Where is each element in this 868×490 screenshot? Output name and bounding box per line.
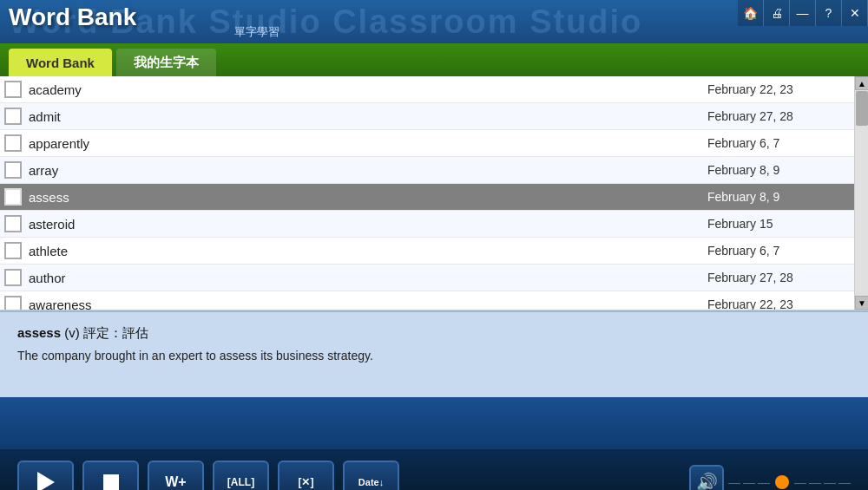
word-list-inner: academy February 22, 23 admit February 2… — [0, 76, 868, 310]
word-row[interactable]: array February 8, 9 — [0, 157, 868, 184]
play-button[interactable] — [17, 461, 74, 491]
stop-icon — [103, 474, 119, 490]
vol-dash-5: — — [809, 475, 821, 489]
scroll-down-arrow[interactable]: ▼ — [855, 296, 868, 310]
volume-icon[interactable]: 🔊 — [689, 465, 724, 491]
word-date-apparently: February 6, 7 — [707, 136, 864, 150]
minimize-button[interactable]: — — [790, 0, 816, 26]
word-checkbox-asteroid[interactable] — [4, 215, 22, 232]
scrollbar[interactable]: ▲ ▼ — [854, 76, 868, 310]
word-name-author: author — [29, 271, 707, 285]
date-sort-label: Date↓ — [358, 477, 384, 487]
word-name-array: array — [29, 163, 707, 178]
random-label: [✕] — [299, 476, 314, 488]
word-list[interactable]: academy February 22, 23 admit February 2… — [0, 76, 868, 310]
word-row[interactable]: author February 27, 28 — [0, 265, 868, 291]
home-button[interactable]: 🏠 — [738, 0, 764, 26]
word-row[interactable]: academy February 22, 23 — [0, 76, 868, 103]
word-name-admit: admit — [29, 109, 707, 124]
volume-control: 🔊 — — — — — — — — [689, 465, 851, 491]
all-button[interactable]: [ALL] — [213, 461, 269, 491]
word-date-admit: February 27, 28 — [707, 109, 864, 123]
word-date-array: February 8, 9 — [707, 163, 864, 177]
word-date-asteroid: February 15 — [707, 217, 864, 231]
all-label: [ALL] — [227, 476, 254, 488]
word-name-apparently: apparently — [29, 136, 707, 151]
word-row[interactable]: awareness February 22, 23 — [0, 291, 868, 310]
scroll-thumb[interactable] — [856, 91, 868, 126]
vol-dash-7: — — [838, 475, 851, 489]
random-button[interactable]: [✕] — [278, 461, 334, 491]
word-date-athlete: February 6, 7 — [707, 244, 864, 258]
word-date-academy: February 22, 23 — [707, 82, 864, 96]
word-date-awareness: February 22, 23 — [707, 297, 864, 310]
vol-dash-3: — — [758, 475, 770, 489]
definition-pos: (v) 評定：評估 — [64, 325, 148, 340]
word-name-athlete: athlete — [29, 244, 707, 258]
date-sort-button[interactable]: Date↓ — [343, 461, 399, 491]
word-checkbox-author[interactable] — [4, 269, 22, 286]
word-row-selected[interactable]: assess February 8, 9 — [0, 184, 868, 211]
close-button[interactable]: ✕ — [842, 0, 868, 26]
main-content: academy February 22, 23 admit February 2… — [0, 76, 868, 397]
word-plus-label: W+ — [165, 474, 186, 490]
header-subtitle: 單字學習 — [234, 24, 279, 40]
definition-area: assess (v) 評定：評估 The company brought in … — [0, 310, 868, 397]
speaker-icon: 🔊 — [696, 472, 718, 491]
vol-dash-4: — — [794, 475, 806, 489]
volume-bar[interactable]: — — — — — — — — [728, 475, 851, 489]
word-row[interactable]: athlete February 6, 7 — [0, 238, 868, 265]
vol-dash-6: — — [824, 475, 836, 489]
word-name-asteroid: asteroid — [29, 217, 707, 232]
tab-my-word-book[interactable]: 我的生字本 — [116, 49, 216, 76]
tabs-bar: Word Bank 我的生字本 — [0, 43, 868, 76]
header: Word Bank Studio Classroom Studio Word B… — [0, 0, 868, 43]
window-controls: 🏠 🖨 — ? ✕ — [738, 0, 868, 26]
control-buttons: W+ [ALL] [✕] Date↓ — [17, 461, 399, 491]
word-name-academy: academy — [29, 82, 707, 97]
word-row[interactable]: apparently February 6, 7 — [0, 130, 868, 157]
word-row[interactable]: admit February 27, 28 — [0, 103, 868, 130]
definition-example: The company brought in an expert to asse… — [17, 347, 851, 365]
definition-word: assess (v) 評定：評估 — [17, 325, 851, 342]
definition-headword: assess — [17, 325, 61, 340]
print-button[interactable]: 🖨 — [764, 0, 790, 26]
volume-knob[interactable] — [775, 475, 789, 489]
word-checkbox-array[interactable] — [4, 161, 22, 179]
middle-spacer — [0, 397, 868, 449]
word-checkbox-academy[interactable] — [4, 81, 22, 98]
word-date-author: February 27, 28 — [707, 271, 864, 284]
tab-word-bank[interactable]: Word Bank — [9, 49, 112, 76]
word-checkbox-assess[interactable] — [4, 188, 22, 206]
vol-dash-2: — — [743, 475, 755, 489]
word-name-awareness: awareness — [29, 297, 707, 310]
help-button[interactable]: ? — [816, 0, 842, 26]
vol-dash-1: — — [728, 475, 740, 489]
scroll-up-arrow[interactable]: ▲ — [855, 76, 868, 90]
word-checkbox-apparently[interactable] — [4, 134, 22, 152]
app-title: Word Bank — [9, 3, 136, 31]
stop-button[interactable] — [82, 461, 139, 491]
word-row[interactable]: asteroid February 15 — [0, 211, 868, 238]
word-date-assess: February 8, 9 — [707, 190, 864, 204]
word-checkbox-awareness[interactable] — [4, 296, 22, 310]
word-checkbox-athlete[interactable] — [4, 242, 22, 259]
word-checkbox-admit[interactable] — [4, 108, 22, 125]
word-name-assess: assess — [29, 190, 707, 205]
bottom-controls: W+ [ALL] [✕] Date↓ 🔊 — — — — — — — — [0, 449, 868, 490]
play-icon — [37, 472, 55, 491]
word-plus-button[interactable]: W+ — [148, 461, 204, 491]
